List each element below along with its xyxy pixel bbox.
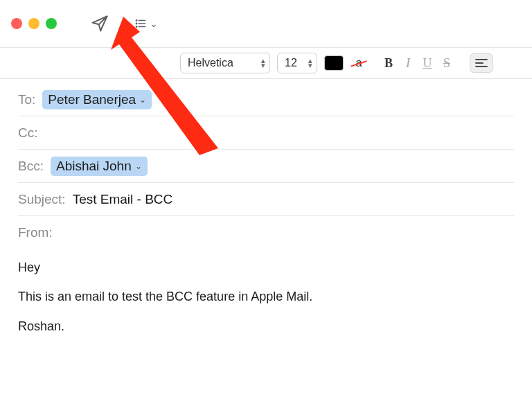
stepper-icon: ▴▾	[308, 58, 312, 68]
close-window-icon[interactable]	[11, 18, 22, 29]
font-size-value: 12	[285, 57, 297, 69]
window-controls	[11, 18, 57, 29]
font-size-select[interactable]: 12 ▴▾	[277, 53, 317, 73]
svg-point-0	[136, 20, 137, 21]
to-label: To:	[18, 92, 35, 107]
bold-button[interactable]: B	[380, 53, 398, 73]
cc-field-row[interactable]: Cc:	[18, 116, 514, 150]
letter-a-icon: a	[355, 56, 362, 70]
send-button[interactable]	[88, 12, 112, 35]
chevron-down-icon: ⌄	[139, 95, 146, 105]
subject-field-row[interactable]: Subject: Test Email - BCC	[18, 183, 514, 216]
chip-text: Abishai John	[56, 159, 132, 174]
svg-point-2	[136, 23, 137, 24]
from-field-row[interactable]: From:	[18, 216, 514, 249]
bcc-label: Bcc:	[18, 159, 44, 174]
bcc-field-row[interactable]: Bcc: Abishai John ⌄	[18, 150, 514, 183]
chevron-down-icon: ⌄	[150, 18, 158, 29]
title-bar: ⌄	[0, 0, 532, 47]
stepper-icon: ▴▾	[261, 58, 265, 68]
body-line: This is an email to test the BCC feature…	[18, 288, 514, 305]
header-fields: To: Peter Banerjea ⌄ Cc: Bcc: Abishai Jo…	[0, 79, 532, 249]
paper-plane-icon	[90, 14, 109, 33]
subject-value: Test Email - BCC	[73, 192, 173, 207]
body-line: Hey	[18, 259, 514, 276]
font-family-select[interactable]: Helvetica ▴▾	[180, 53, 270, 73]
header-fields-menu-button[interactable]: ⌄	[134, 12, 158, 35]
fullscreen-window-icon[interactable]	[46, 18, 57, 29]
chevron-down-icon: ⌄	[135, 161, 142, 171]
text-color-swatch[interactable]	[324, 55, 344, 71]
format-toolbar: Helvetica ▴▾ 12 ▴▾ a B I U S	[0, 47, 532, 79]
list-icon	[134, 15, 147, 33]
subject-label: Subject:	[18, 192, 66, 207]
text-style-group: B I U S	[380, 53, 456, 73]
from-label: From:	[18, 225, 53, 240]
to-recipient-chip[interactable]: Peter Banerjea ⌄	[42, 90, 152, 109]
message-body[interactable]: Hey This is an email to test the BCC fea…	[0, 249, 532, 357]
cc-label: Cc:	[18, 125, 38, 141]
svg-point-4	[136, 26, 137, 28]
minimize-window-icon[interactable]	[28, 18, 39, 29]
bcc-recipient-chip[interactable]: Abishai John ⌄	[51, 157, 148, 176]
font-family-value: Helvetica	[188, 57, 233, 69]
underline-button[interactable]: U	[418, 53, 436, 73]
chip-text: Peter Banerjea	[48, 92, 136, 107]
body-line: Roshan.	[18, 318, 514, 335]
align-left-icon	[475, 58, 488, 68]
strikethrough-button[interactable]: S	[438, 53, 456, 73]
italic-button[interactable]: I	[399, 53, 417, 73]
align-left-button[interactable]	[470, 53, 493, 73]
to-field-row[interactable]: To: Peter Banerjea ⌄	[18, 83, 514, 116]
highlight-color-button[interactable]: a	[351, 55, 367, 71]
